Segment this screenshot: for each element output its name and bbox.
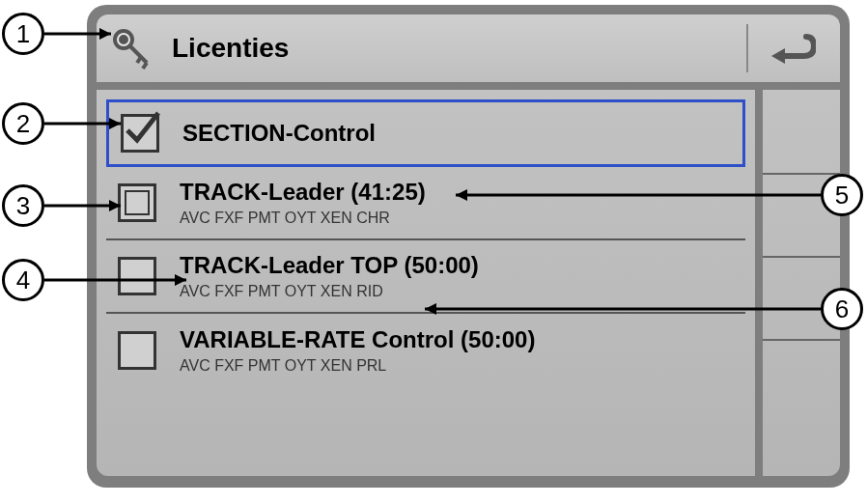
license-item-section-control[interactable]: SECTION-Control (106, 99, 745, 167)
content-area: SECTION-Control TRACK-Leader (41:25) AVC… (97, 90, 840, 476)
checkbox-empty-icon[interactable] (118, 183, 156, 222)
item-title: VARIABLE-RATE Control (50:00) (180, 326, 535, 353)
svg-line-3 (137, 57, 141, 63)
svg-point-1 (121, 37, 126, 42)
back-arrow-icon (768, 29, 816, 68)
license-item-track-leader[interactable]: TRACK-Leader (41:25) AVC FXF PMT OYT XEN… (106, 167, 745, 240)
checkbox-empty-icon[interactable] (118, 257, 156, 295)
license-item-variable-rate[interactable]: VARIABLE-RATE Control (50:00) AVC FXF PM… (106, 314, 745, 387)
callout-6: 6 (821, 288, 863, 330)
side-divider (763, 256, 840, 258)
callout-5: 5 (821, 174, 863, 216)
panel-header: Licenties (97, 14, 840, 82)
svg-marker-5 (771, 48, 785, 64)
item-title: TRACK-Leader TOP (50:00) (180, 252, 479, 279)
callout-1: 1 (2, 13, 44, 55)
item-code: AVC FXF PMT OYT XEN PRL (180, 357, 535, 375)
checkbox-checked-icon[interactable] (121, 114, 159, 153)
item-text: SECTION-Control (182, 120, 376, 147)
header-divider (746, 24, 748, 72)
license-list: SECTION-Control TRACK-Leader (41:25) AVC… (97, 90, 755, 476)
side-divider (763, 339, 840, 341)
svg-line-4 (143, 63, 147, 69)
side-divider (763, 173, 840, 175)
item-text: VARIABLE-RATE Control (50:00) AVC FXF PM… (180, 326, 535, 375)
main-panel: Licenties SECTION-Control (87, 5, 850, 488)
item-code: AVC FXF PMT OYT XEN CHR (180, 210, 426, 227)
callout-4: 4 (2, 259, 44, 301)
item-text: TRACK-Leader (41:25) AVC FXF PMT OYT XEN… (180, 179, 426, 227)
callout-3: 3 (2, 184, 44, 227)
item-title: TRACK-Leader (41:25) (180, 179, 426, 206)
checkbox-empty-icon[interactable] (118, 331, 156, 370)
side-panel (763, 90, 840, 476)
back-button[interactable] (763, 24, 821, 72)
page-title: Licenties (172, 33, 289, 64)
callout-2: 2 (2, 102, 44, 145)
item-title: SECTION-Control (182, 120, 376, 147)
item-code: AVC FXF PMT OYT XEN RID (180, 283, 479, 300)
item-text: TRACK-Leader TOP (50:00) AVC FXF PMT OYT… (180, 252, 479, 300)
key-icon (108, 24, 156, 72)
license-item-track-leader-top[interactable]: TRACK-Leader TOP (50:00) AVC FXF PMT OYT… (106, 240, 745, 314)
